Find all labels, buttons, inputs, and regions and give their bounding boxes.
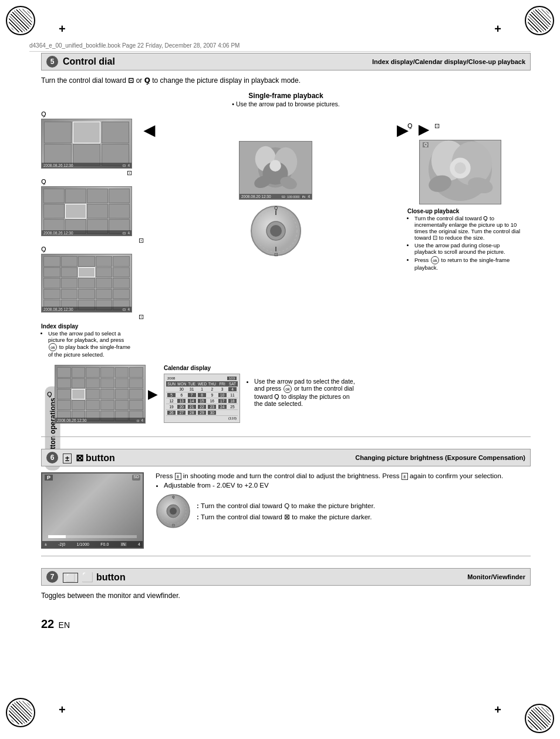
mag-icon-3: Q̣ [41,246,46,253]
index-caption: Index display Use the arrow pad to selec… [41,323,132,358]
calendar-left: Q̣ 2008.08.26 12:30⊡ 4 ▶ [47,365,157,424]
section6-dial-row: Q̣ ⊡ : Turn the control dial toward Q to… [156,493,531,530]
section5-intro: Turn the control dial toward ⊡ or Q̣ to … [41,76,531,85]
closeup-image: Q̣ [419,140,501,204]
arrow-right-1: ▶ [397,122,407,139]
crosshair-top-left: + [59,22,66,36]
right-area: Q̣ ▶ ⊡ [407,110,531,272]
camera-screen: P SD ± -2|0 1/1000 F0.0 IN 4 [41,472,144,549]
section5-title: Control dial [63,56,115,67]
single-frame-image: 2008.08.20 12:30 SD 100-0000 IN 4 [239,141,312,200]
section7-number: 7 [46,571,58,583]
flower-svg [239,142,312,199]
svg-text:⊡: ⊡ [172,523,175,527]
main-content: 5 Control dial Index display/Calendar di… [41,53,531,631]
svg-text:Q̣: Q̣ [274,206,278,211]
svg-point-11 [270,225,282,237]
arrow-right-closeup: ▶ [419,122,429,137]
section6-text: Press ± in shooting mode and turn the co… [156,472,531,530]
divider-5-6 [41,436,531,437]
right-arrows: Q̣ ▶ ⊡ [407,122,531,137]
grid-icon-2: ⊡ [139,237,144,244]
single-frame-label: Single-frame playback • Use the arrow pa… [41,92,531,108]
section5-number: 5 [46,56,58,68]
svg-point-27 [170,508,177,515]
calendar-container: Calendar display 2008103 SUNMONTUE WEDTH… [164,365,240,423]
section5-subtitle: Index display/Calendar display/Close-up … [372,58,525,65]
section6-dial: Q̣ ⊡ [156,493,191,530]
mag-icon-1: Q̣ [41,110,46,118]
index-image-2: 2008.08.26 12:30⊡ 4 [41,186,132,236]
control-dial-svg: Q̣ ⊡ [249,204,302,257]
crosshair-top-right: + [494,22,501,36]
closeup-flower-svg [420,140,501,204]
center-area: ◀ ▶ [144,110,407,259]
section7-title: ⬜ ⬜ button [63,572,126,583]
brighter-row: : Turn the control dial toward Q to make… [197,502,375,509]
file-info: d4364_e_00_unified_bookfile.book Page 22… [29,42,239,49]
corner-decoration-tr [519,6,554,41]
index-image-1: 2008.08.26 12:30⊡ 4 [41,119,132,169]
grid-icon-1: ⊡ [127,169,132,177]
arrow-to-calendar: ▶ [148,387,157,401]
page-lang: EN [59,620,70,630]
grid-icon-right: ⊡ [434,122,440,137]
calendar-row: Q̣ 2008.08.26 12:30⊡ 4 ▶ [41,365,531,424]
svg-text:⊡: ⊡ [274,252,278,257]
mag-cal: Q̣ [47,391,52,398]
horizontal-arrows: ◀ ▶ [144,122,407,139]
divider-6-7 [41,556,531,556]
crosshair-bottom-right: + [494,703,501,717]
header-bar: d4364_e_00_unified_bookfile.book Page 22… [29,42,531,52]
section5-header: 5 Control dial Index display/Calendar di… [41,53,531,70]
section6-content: P SD ± -2|0 1/1000 F0.0 IN 4 [41,472,531,549]
section7-text: Toggles between the monitor and viewfind… [41,592,531,600]
section6-header: 6 ± ⊠ button Changing picture brightness… [41,449,531,466]
crosshair-bottom-left: + [59,703,66,717]
mag-q-right: Q̣ [407,122,413,137]
corner-decoration-tl [6,6,41,41]
calendar-title: Calendar display [164,365,240,371]
index-image-3: 2008.08.26 12:30⊡ 4 [41,254,132,313]
playback-diagram: Single-frame playback • Use the arrow pa… [41,92,531,429]
left-index-stack: Q̣ 2008.08.26 12:30⊡ 4 ⊡ [41,110,144,359]
index-row-3: Q̣ 2008.08.26 12:30⊡ 4 ⊡ [41,246,144,321]
mag-icon-2: Q̣ [41,178,46,186]
calendar-grid: 2008103 SUNMONTUE WEDTHUFRISAT 3031 1234… [164,374,240,423]
grid-icon-3: ⊡ [139,313,144,321]
section6-title: ± ⊠ button [63,452,115,463]
section6-number: 6 [46,452,58,463]
index-row-2: Q̣ 2008.08.26 12:30⊡ 4 ⊡ [41,178,144,244]
svg-point-5 [269,160,281,172]
index-row-1: Q̣ 2008.08.26 12:30⊡ 4 ⊡ [41,110,144,177]
svg-point-21 [454,162,466,174]
arrow-left-1: ◀ [144,122,154,139]
section6-subtitle: Changing picture brightness (Exposure Co… [355,454,525,461]
calendar-caption: Use the arrow pad to select the date, an… [247,365,359,409]
corner-decoration-br [519,698,554,733]
calendar-index-image: 2008.08.26 12:30⊡ 4 [55,365,146,424]
page-number: 22 [41,617,54,630]
corner-decoration-bl [6,698,41,733]
svg-text:Q̣: Q̣ [172,495,175,499]
section7-header: 7 ⬜ ⬜ button Monitor/Viewfinder [41,568,531,586]
diagram-main-row: Q̣ 2008.08.26 12:30⊡ 4 ⊡ [41,110,531,359]
closeup-caption: Close-up playback Turn the control dial … [407,208,522,272]
section7-subtitle: Monitor/Viewfinder [467,573,525,580]
page-number-area: 22 EN [41,617,531,631]
darker-row: : Turn the control dial toward ⊠ to make… [197,513,375,521]
dial-container: Q̣ ⊡ [249,204,302,259]
